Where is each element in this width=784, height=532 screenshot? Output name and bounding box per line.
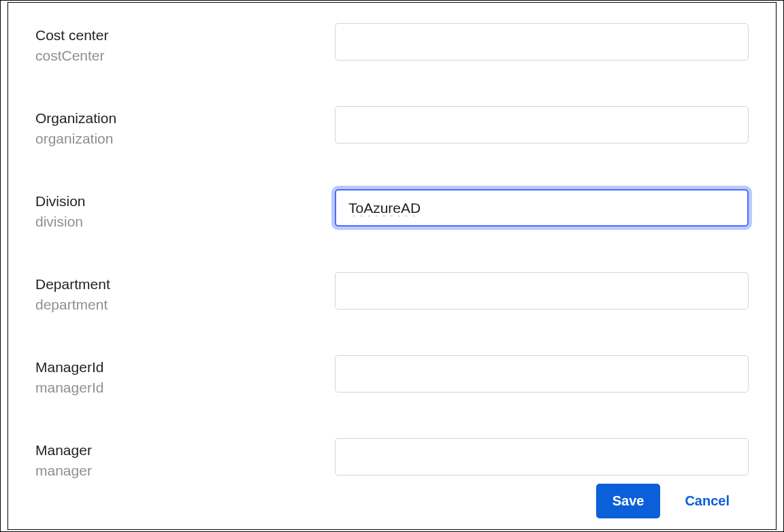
- manager-id-input[interactable]: [335, 355, 749, 393]
- cost-center-input[interactable]: [335, 23, 749, 61]
- field-sublabel: manager: [35, 463, 335, 479]
- field-sublabel: costCenter: [35, 48, 335, 64]
- cancel-button[interactable]: Cancel: [685, 484, 749, 518]
- form-row-department: Department department: [35, 272, 749, 313]
- form-row-manager-id: ManagerId managerId: [35, 355, 749, 396]
- field-sublabel: department: [35, 297, 335, 313]
- organization-input[interactable]: [335, 106, 749, 144]
- field-label: Cost center: [35, 27, 335, 44]
- input-column: [335, 23, 749, 61]
- input-column: [335, 189, 749, 227]
- department-input[interactable]: [335, 272, 749, 310]
- label-column: ManagerId managerId: [35, 355, 335, 396]
- label-column: Organization organization: [35, 106, 335, 147]
- field-sublabel: managerId: [35, 380, 335, 396]
- label-column: Manager manager: [35, 438, 335, 479]
- field-label: Organization: [35, 110, 335, 127]
- form-row-organization: Organization organization: [35, 106, 749, 147]
- division-input[interactable]: [335, 189, 749, 227]
- form-row-division: Division division: [35, 189, 749, 230]
- field-sublabel: organization: [35, 131, 335, 147]
- form-row-cost-center: Cost center costCenter: [35, 23, 749, 64]
- form-actions: Save Cancel: [596, 484, 749, 518]
- save-button[interactable]: Save: [596, 484, 661, 518]
- label-column: Division division: [35, 189, 335, 230]
- field-label: Department: [35, 276, 335, 293]
- field-sublabel: division: [35, 214, 335, 230]
- label-column: Cost center costCenter: [35, 23, 335, 64]
- form-row-manager: Manager manager: [35, 438, 749, 479]
- input-column: [335, 355, 749, 393]
- input-column: [335, 438, 749, 476]
- field-label: Division: [35, 193, 335, 210]
- input-column: [335, 272, 749, 310]
- form-container: Cost center costCenter Organization orga…: [7, 2, 777, 530]
- input-column: [335, 106, 749, 144]
- field-label: ManagerId: [35, 359, 335, 376]
- field-label: Manager: [35, 442, 335, 459]
- manager-input[interactable]: [335, 438, 749, 476]
- label-column: Department department: [35, 272, 335, 313]
